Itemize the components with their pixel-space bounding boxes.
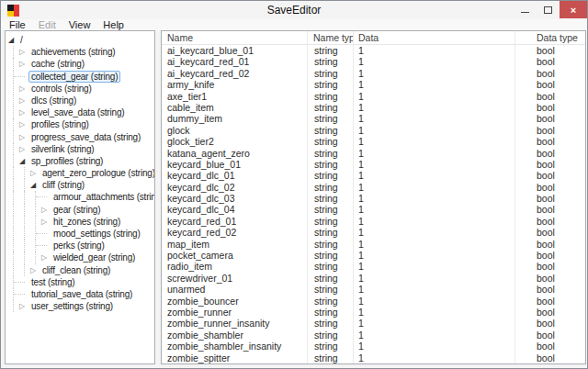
tree-item-hit-zones[interactable]: ▷hit_zones (string) — [6, 216, 154, 228]
table-row-ai-keycard-blue-01[interactable]: ai_keycard_blue_01string1bool — [162, 45, 585, 56]
expand-icon[interactable]: ▷ — [19, 95, 25, 106]
table-row-unarmed[interactable]: unarmedstring1bool — [162, 284, 585, 295]
tree-item-label[interactable]: user_settings (string) — [28, 300, 116, 312]
close-button[interactable]: × — [560, 1, 587, 18]
column-header-name-type[interactable]: Name type — [307, 31, 353, 44]
tree-item-gear[interactable]: ▷gear (string) — [6, 204, 154, 216]
tree-item-cliff[interactable]: ◢cliff (string) — [6, 179, 154, 191]
expand-icon[interactable]: ▷ — [19, 300, 25, 312]
table-row-zombie-shambler[interactable]: zombie_shamblerstring1bool — [162, 330, 585, 341]
tree-item-label[interactable]: collected_gear (string) — [28, 71, 120, 83]
table-row-zombie-runner[interactable]: zombie_runnerstring1bool — [162, 307, 585, 318]
tree-item-cache[interactable]: ▷cache (string) — [6, 58, 154, 70]
collapse-icon[interactable]: ◢ — [30, 179, 36, 191]
table-row-glock[interactable]: glockstring1bool — [162, 125, 585, 136]
table-row-keycard-dlc-03[interactable]: keycard_dlc_03string1bool — [162, 193, 585, 204]
tree-item-mood-settings[interactable]: mood_settings (string) — [6, 228, 154, 240]
table-row-katana-agent-zero[interactable]: katana_agent_zerostring1bool — [162, 148, 585, 159]
expand-icon[interactable]: ▷ — [30, 167, 36, 179]
tree-item-label[interactable]: / — [17, 34, 26, 46]
table-row-zombie-bouncer[interactable]: zombie_bouncerstring1bool — [162, 296, 585, 307]
menu-file[interactable]: File — [3, 19, 32, 30]
tree-item-label[interactable]: tutorial_save_data (string) — [28, 288, 135, 300]
tree-item-label[interactable]: agent_zero_prologue (string) — [40, 167, 154, 179]
table-row-ai-keycard-red-01[interactable]: ai_keycard_red_01string1bool — [162, 56, 585, 67]
table-row-axe-tier1[interactable]: axe_tier1string1bool — [162, 91, 585, 102]
tree-item-sp-profiles[interactable]: ◢sp_profiles (string) — [6, 155, 154, 167]
table-row-army-knife[interactable]: army_knifestring1bool — [162, 79, 585, 90]
tree-item-cliff-clean[interactable]: ▷cliff_clean (string) — [6, 264, 154, 276]
table-row-pocket-camera[interactable]: pocket_camerastring1bool — [162, 250, 585, 261]
column-header-name[interactable]: Name — [162, 31, 307, 44]
table-row-keycard-red-01[interactable]: keycard_red_01string1bool — [162, 216, 585, 227]
table-row-cable-item[interactable]: cable_itemstring1bool — [162, 102, 585, 113]
tree-item-level-save-data[interactable]: ▷level_save_data (string) — [6, 106, 154, 118]
tree-item-armour-attachments[interactable]: armour_attachments (string) — [6, 191, 154, 203]
maximize-button[interactable] — [537, 1, 560, 18]
expand-icon[interactable]: ▷ — [19, 58, 25, 70]
collapse-icon[interactable]: ◢ — [8, 34, 14, 46]
table-row-keycard-dlc-04[interactable]: keycard_dlc_04string1bool — [162, 204, 585, 215]
tree-item-dlcs[interactable]: ▷dlcs (string) — [6, 95, 154, 106]
tree-item-collected-gear[interactable]: collected_gear (string) — [6, 71, 154, 83]
tree-item-profiles[interactable]: ▷profiles (string) — [6, 118, 154, 130]
table-row-keycard-dlc-01[interactable]: keycard_dlc_01string1bool — [162, 170, 585, 181]
expand-icon[interactable]: ▷ — [19, 83, 25, 95]
tree-item-root[interactable]: ◢/ — [6, 34, 154, 46]
tree-item-user-settings[interactable]: ▷user_settings (string) — [6, 300, 154, 312]
table-row-map-item[interactable]: map_itemstring1bool — [162, 239, 585, 250]
tree-item-perks[interactable]: perks (string) — [6, 240, 154, 252]
expand-icon[interactable]: ▷ — [41, 204, 47, 216]
table-row-zombie-spitter[interactable]: zombie_spitterstring1bool — [162, 352, 585, 363]
tree-item-silverlink[interactable]: ▷silverlink (string) — [6, 143, 154, 155]
minimize-button[interactable] — [514, 1, 537, 18]
tree-item-controls[interactable]: ▷controls (string) — [6, 83, 154, 95]
menu-view[interactable]: View — [62, 19, 97, 30]
tree-item-label[interactable]: hit_zones (string) — [51, 216, 123, 228]
tree-item-label[interactable]: cliff_clean (string) — [40, 264, 113, 276]
table-row-keycard-dlc-02[interactable]: keycard_dlc_02string1bool — [162, 182, 585, 193]
tree-item-label[interactable]: silverlink (string) — [28, 143, 96, 155]
tree-item-progress-save-data[interactable]: ▷progress_save_data (string) — [6, 131, 154, 143]
column-header-data-type[interactable]: Data type — [514, 31, 585, 44]
table-row-glock-tier2[interactable]: glock_tier2string1bool — [162, 136, 585, 147]
expand-icon[interactable]: ▷ — [41, 252, 47, 263]
tree-item-label[interactable]: perks (string) — [51, 240, 107, 252]
tree-item-label[interactable]: mood_settings (string) — [51, 228, 143, 240]
tree-item-label[interactable]: sp_profiles (string) — [28, 155, 106, 167]
tree-item-tutorial-save-data[interactable]: tutorial_save_data (string) — [6, 288, 154, 300]
tree-item-label[interactable]: level_save_data (string) — [28, 106, 127, 118]
tree-item-achievements[interactable]: ▷achievements (string) — [6, 46, 154, 58]
tree-item-label[interactable]: armour_attachments (string) — [51, 191, 154, 203]
expand-icon[interactable]: ▷ — [19, 46, 25, 58]
tree-item-label[interactable]: dlcs (string) — [28, 95, 79, 106]
tree-item-label[interactable]: cliff (string) — [40, 179, 87, 191]
table-row-keycard-red-02[interactable]: keycard_red_02string1bool — [162, 227, 585, 238]
table-row-dummy-item[interactable]: dummy_itemstring1bool — [162, 113, 585, 124]
tree-item-wielded-gear[interactable]: ▷wielded_gear (string) — [6, 252, 154, 263]
tree-item-label[interactable]: achievements (string) — [28, 46, 118, 58]
tree-item-label[interactable]: cache (string) — [28, 58, 87, 70]
collapse-icon[interactable]: ◢ — [19, 155, 25, 167]
table-row-zombie-runner-insanity[interactable]: zombie_runner_insanitystring1bool — [162, 318, 585, 329]
column-header-data[interactable]: Data — [353, 31, 514, 44]
expand-icon[interactable]: ▷ — [19, 106, 25, 118]
table-row-zombie-shambler-insanity[interactable]: zombie_shambler_insanitystring1bool — [162, 341, 585, 352]
tree-item-label[interactable]: gear (string) — [51, 204, 103, 216]
tree-item-label[interactable]: progress_save_data (string) — [28, 131, 143, 143]
tree-item-agent-zero-prologue[interactable]: ▷agent_zero_prologue (string) — [6, 167, 154, 179]
menu-help[interactable]: Help — [96, 19, 130, 30]
table-row-screwdriver-01[interactable]: screwdriver_01string1bool — [162, 273, 585, 284]
tree-item-label[interactable]: wielded_gear (string) — [51, 252, 138, 263]
table-row-radio-item[interactable]: radio_itemstring1bool — [162, 261, 585, 272]
expand-icon[interactable]: ▷ — [19, 143, 25, 155]
tree-item-label[interactable]: controls (string) — [28, 83, 95, 95]
expand-icon[interactable]: ▷ — [19, 131, 25, 143]
expand-icon[interactable]: ▷ — [41, 216, 47, 228]
expand-icon[interactable]: ▷ — [19, 118, 25, 130]
tree-item-label[interactable]: profiles (string) — [28, 118, 92, 130]
tree-item-label[interactable]: test (string) — [28, 276, 77, 288]
table-row-keycard-blue-01[interactable]: keycard_blue_01string1bool — [162, 159, 585, 170]
tree-item-test[interactable]: test (string) — [6, 276, 154, 288]
expand-icon[interactable]: ▷ — [30, 264, 36, 276]
